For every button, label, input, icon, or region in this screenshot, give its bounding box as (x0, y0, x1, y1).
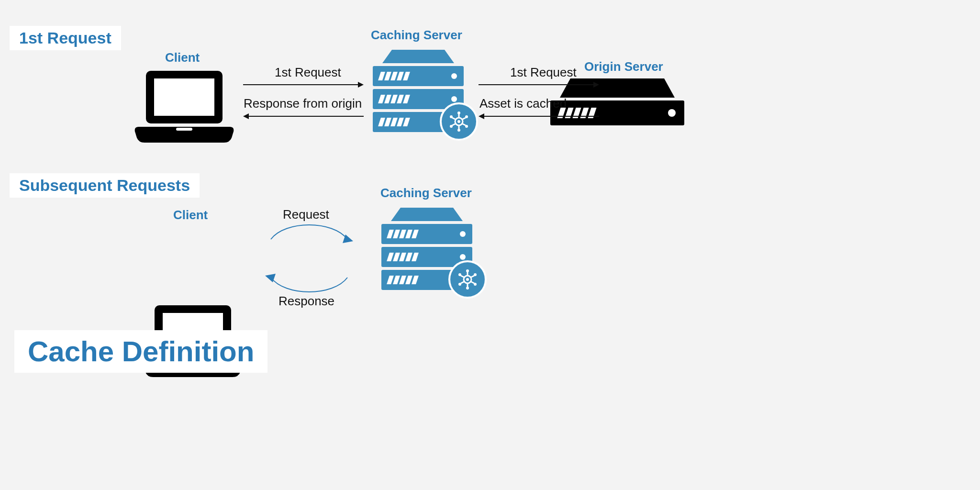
caching-server-label-2: Caching Server (380, 186, 472, 200)
caching-server-label-1: Caching Server (371, 28, 462, 43)
cache-badge-icon-1 (440, 102, 478, 141)
svg-line-15 (462, 118, 466, 120)
svg-line-34 (461, 276, 465, 278)
flow-client-to-cache-label: 1st Request (275, 65, 341, 80)
arrow-left-icon (479, 113, 599, 120)
cache-badge-icon-2 (448, 260, 487, 299)
caching-server-icon-2 (381, 208, 472, 290)
svg-point-35 (458, 273, 461, 276)
svg-point-29 (466, 278, 469, 281)
svg-point-33 (466, 287, 469, 290)
section-heading-first: 1st Request (10, 26, 121, 50)
svg-point-6 (457, 111, 460, 114)
laptop-icon-1 (134, 67, 234, 144)
flow-origin-to-cache-label: Asset is cached (479, 96, 567, 111)
svg-point-12 (465, 125, 468, 128)
cycle-arrows-icon (261, 220, 357, 297)
svg-line-36 (470, 281, 474, 283)
svg-rect-1 (154, 78, 214, 116)
svg-point-4 (457, 120, 460, 123)
flow-cache-to-client-label: Response from origin (244, 96, 362, 111)
client-label-1: Client (165, 50, 200, 65)
flow-cache-to-origin-label: 1st Request (510, 65, 577, 80)
arrow-right-icon (479, 81, 599, 88)
svg-line-38 (461, 281, 465, 283)
svg-line-11 (462, 123, 466, 125)
svg-point-31 (466, 269, 469, 272)
svg-point-37 (474, 283, 477, 286)
svg-point-10 (450, 115, 453, 118)
svg-point-39 (458, 283, 461, 286)
arrow-right-icon (243, 81, 364, 88)
svg-point-8 (457, 129, 460, 132)
svg-rect-2 (176, 128, 192, 131)
section-heading-first-label: 1st Request (19, 29, 111, 47)
caching-server-icon-1 (373, 50, 464, 132)
svg-marker-18 (358, 82, 364, 88)
svg-line-13 (452, 123, 456, 125)
svg-point-16 (465, 115, 468, 118)
svg-marker-20 (243, 113, 249, 119)
svg-point-41 (474, 273, 477, 276)
svg-marker-24 (479, 113, 484, 119)
svg-line-9 (452, 118, 456, 120)
main-title-box: Cache Definition (14, 330, 267, 373)
client-label-2: Client (173, 208, 208, 223)
arrow-left-icon (243, 113, 364, 120)
main-title: Cache Definition (28, 335, 254, 368)
svg-point-14 (450, 125, 453, 128)
svg-line-40 (470, 276, 474, 278)
svg-marker-22 (593, 82, 599, 88)
section-heading-subsequent-label: Subsequent Requests (19, 176, 190, 194)
origin-server-label: Origin Server (584, 59, 663, 74)
section-heading-subsequent: Subsequent Requests (10, 173, 200, 198)
